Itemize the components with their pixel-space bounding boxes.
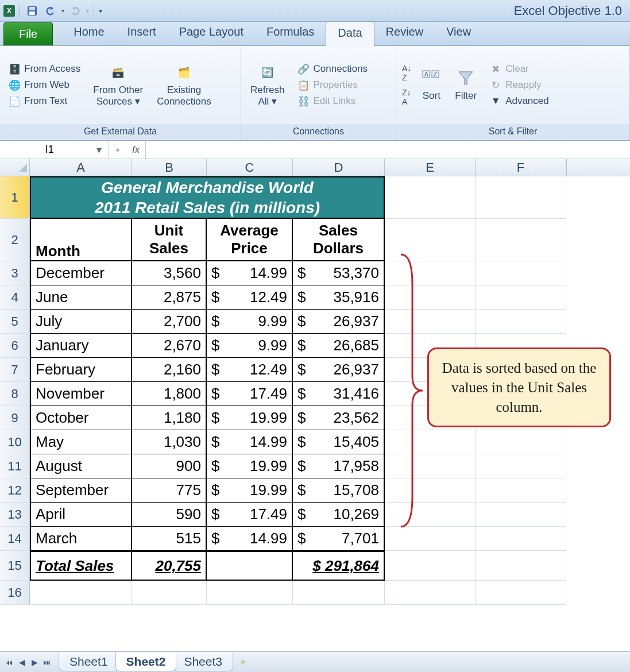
row-15[interactable]: 15 <box>0 551 30 581</box>
cell[interactable]: 2,160 <box>132 358 207 382</box>
row-7[interactable]: 7 <box>0 358 30 382</box>
cell[interactable] <box>385 581 476 605</box>
cell[interactable]: May <box>30 430 132 454</box>
cell[interactable]: $26,937 <box>293 358 385 382</box>
row-9[interactable]: 9 <box>0 406 30 430</box>
name-box-dropdown[interactable]: ▾ <box>95 144 104 156</box>
sort-button[interactable]: AZSort <box>418 66 445 104</box>
cell[interactable]: $26,685 <box>293 334 385 358</box>
cell[interactable]: 590 <box>132 503 207 527</box>
from-other-sources-button[interactable]: 🗃️From Other Sources ▾ <box>90 60 146 109</box>
cell[interactable] <box>476 310 566 334</box>
cell[interactable]: $17.49 <box>207 503 293 527</box>
tab-nav-prev[interactable]: ◀ <box>16 658 28 667</box>
cell[interactable]: November <box>30 382 132 406</box>
cell[interactable] <box>476 285 566 310</box>
cell[interactable] <box>476 261 566 285</box>
cell[interactable] <box>476 551 566 581</box>
cell[interactable] <box>207 581 293 605</box>
cell[interactable]: 515 <box>132 527 207 551</box>
cell[interactable]: 2,875 <box>132 285 207 310</box>
cell[interactable] <box>30 581 132 605</box>
tab-home[interactable]: Home <box>62 21 115 45</box>
name-box-input[interactable] <box>5 144 95 156</box>
sort-desc-button[interactable]: Z↓A <box>402 88 411 106</box>
row-14[interactable]: 14 <box>0 527 30 551</box>
cell[interactable]: Total Sales <box>30 551 132 581</box>
tab-nav-next[interactable]: ▶ <box>29 658 40 667</box>
row-11[interactable]: 11 <box>0 454 30 478</box>
row-6[interactable]: 6 <box>0 334 30 358</box>
cell[interactable]: $9.99 <box>207 310 293 334</box>
tab-page-layout[interactable]: Page Layout <box>168 21 255 45</box>
row-10[interactable]: 10 <box>0 430 30 454</box>
cell[interactable]: $14.99 <box>207 527 293 551</box>
cell[interactable]: February <box>30 358 132 382</box>
cell[interactable]: $17.49 <box>207 382 293 406</box>
undo-button[interactable] <box>43 3 58 18</box>
col-C[interactable]: C <box>207 159 293 176</box>
cell[interactable]: $19.99 <box>207 478 293 503</box>
cell[interactable] <box>476 454 566 478</box>
tab-insert[interactable]: Insert <box>116 21 168 45</box>
cell[interactable] <box>385 551 476 581</box>
cell[interactable]: 1,030 <box>132 430 207 454</box>
cell[interactable] <box>476 176 566 219</box>
cell[interactable] <box>476 430 566 454</box>
cell[interactable]: SalesDollars <box>293 219 385 261</box>
cell[interactable]: $26,937 <box>293 310 385 334</box>
sheet-tab-sheet3[interactable]: Sheet3 <box>173 652 233 671</box>
row-3[interactable]: 3 <box>0 261 30 285</box>
tab-nav-first[interactable]: ⏮ <box>3 658 15 667</box>
cell[interactable]: $14.99 <box>207 261 293 285</box>
cell[interactable]: $35,916 <box>293 285 385 310</box>
row-12[interactable]: 12 <box>0 478 30 503</box>
row-8[interactable]: 8 <box>0 382 30 406</box>
existing-connections-button[interactable]: 🗂️Existing Connections <box>153 60 215 109</box>
cell[interactable]: $15,708 <box>293 478 385 503</box>
cell[interactable] <box>476 219 566 261</box>
cell[interactable]: 3,560 <box>132 261 207 285</box>
row-16[interactable]: 16 <box>0 581 30 605</box>
cell[interactable]: $12.49 <box>207 358 293 382</box>
from-text-button[interactable]: 📄From Text <box>6 94 83 109</box>
cell[interactable]: 1,180 <box>132 406 207 430</box>
cell[interactable]: January <box>30 334 132 358</box>
from-access-button[interactable]: 🗄️From Access <box>6 61 83 76</box>
cell[interactable]: 20,755 <box>132 551 207 581</box>
cell[interactable]: $17,958 <box>293 454 385 478</box>
cell[interactable]: $31,416 <box>293 382 385 406</box>
tab-view[interactable]: View <box>435 21 482 45</box>
tab-nav-last[interactable]: ⏭ <box>41 658 53 667</box>
cell[interactable]: $12.49 <box>207 285 293 310</box>
title-cell[interactable]: General Merchandise World2011 Retail Sal… <box>30 176 385 219</box>
col-F[interactable]: F <box>476 159 566 176</box>
cell[interactable] <box>476 503 566 527</box>
fx-label[interactable]: fx <box>126 144 145 156</box>
cell[interactable]: $10,269 <box>293 503 385 527</box>
cell[interactable]: UnitSales <box>132 219 207 261</box>
cell[interactable] <box>476 527 566 551</box>
cell[interactable]: August <box>30 454 132 478</box>
save-button[interactable] <box>25 3 40 18</box>
cell[interactable]: September <box>30 478 132 503</box>
col-E[interactable]: E <box>385 159 476 176</box>
cell[interactable]: July <box>30 310 132 334</box>
cell[interactable] <box>385 176 476 219</box>
col-B[interactable]: B <box>132 159 207 176</box>
sort-asc-button[interactable]: A↓Z <box>402 64 411 82</box>
from-web-button[interactable]: 🌐From Web <box>6 78 83 92</box>
cell[interactable]: $15,405 <box>293 430 385 454</box>
cell[interactable] <box>476 478 566 503</box>
cell[interactable]: 1,800 <box>132 382 207 406</box>
formula-bar[interactable] <box>145 141 630 159</box>
row-13[interactable]: 13 <box>0 503 30 527</box>
new-sheet-button[interactable]: ✧ <box>234 658 252 667</box>
row-1[interactable]: 1 <box>0 176 30 219</box>
cell[interactable]: $53,370 <box>293 261 385 285</box>
cell[interactable] <box>207 551 293 581</box>
cell[interactable]: December <box>30 261 132 285</box>
cell[interactable]: $ 291,864 <box>293 551 385 581</box>
col-D[interactable]: D <box>293 159 385 176</box>
refresh-all-button[interactable]: 🔄Refresh All ▾ <box>247 60 288 109</box>
